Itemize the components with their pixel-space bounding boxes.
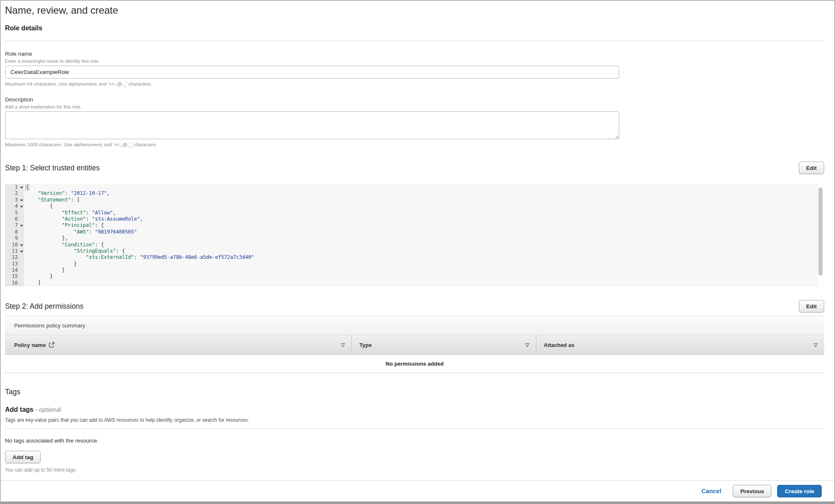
code-text: "Action": "sts:AssumeRole",	[24, 216, 143, 222]
code-token	[26, 197, 38, 203]
description-constraint: Maximum 1000 characters. Use alphanumeri…	[5, 142, 824, 148]
editor-scrollbar-thumb[interactable]	[818, 187, 823, 275]
add-tag-button[interactable]: Add tag	[5, 451, 41, 463]
code-line: 8 "AWS": "081976408565"	[5, 229, 824, 235]
code-line: 3 "Statement": [	[5, 197, 824, 203]
code-token: :	[71, 197, 77, 203]
column-header-policy-name[interactable]: Policy name ▽	[5, 335, 351, 354]
role-details-heading: Role details	[5, 24, 824, 32]
code-line: 10 "Condition": {	[5, 242, 824, 248]
divider	[5, 41, 824, 41]
json-value-token: "sts:AssumeRole"	[92, 216, 140, 222]
column-header-type[interactable]: Type ▽	[351, 335, 536, 354]
line-gutter: 3	[5, 197, 24, 203]
code-line: 9 },	[5, 235, 824, 241]
code-token: }	[26, 261, 77, 267]
line-gutter: 8	[5, 229, 24, 235]
role-name-input[interactable]	[5, 66, 619, 79]
trust-policy-lines: 1 { 2 "Version": "2012-10-17",	[5, 184, 824, 286]
sort-icon[interactable]: ▽	[341, 342, 345, 348]
line-number: 6	[5, 216, 19, 222]
code-token: {	[26, 184, 29, 190]
role-name-help: Enter a meaningful name to identify this…	[5, 58, 824, 64]
line-number: 16	[5, 280, 19, 286]
json-key-token: "sts:ExternalId"	[86, 254, 134, 260]
code-text: }	[24, 273, 53, 280]
line-gutter: 14	[5, 267, 24, 273]
permissions-panel: Permissions policy summary Policy name ▽	[5, 316, 824, 373]
code-line: 5 "Effect": "Allow",	[5, 210, 824, 216]
code-token: }	[26, 267, 65, 273]
line-number: 13	[5, 261, 19, 267]
line-gutter: 6	[5, 216, 24, 222]
fold-caret-icon[interactable]	[19, 184, 24, 190]
code-text: ]	[24, 280, 41, 286]
json-key-token: "Principal"	[62, 222, 95, 228]
code-token: :	[95, 242, 101, 248]
create-role-button[interactable]: Create role	[777, 485, 822, 497]
step2-edit-button[interactable]: Edit	[799, 300, 825, 312]
line-gutter: 11	[5, 248, 24, 254]
cancel-button[interactable]: Cancel	[702, 488, 721, 494]
fold-caret-icon[interactable]	[19, 203, 24, 209]
line-number: 9	[5, 235, 19, 241]
code-token: {	[101, 242, 104, 248]
sort-icon[interactable]: ▽	[525, 342, 529, 348]
step1-heading: Step 1: Select trusted entities	[5, 163, 100, 172]
code-token: :	[134, 254, 140, 260]
step2-heading: Step 2: Add permissions	[5, 302, 84, 311]
code-token: :	[86, 210, 92, 216]
no-tags-message: No tags associated with the resource.	[5, 437, 824, 444]
page-title: Name, review, and create	[5, 1, 824, 17]
code-text: "sts:ExternalId": "93799ed5-a78b-48e6-a5…	[24, 254, 254, 261]
trust-policy-editor[interactable]: 1 { 2 "Version": "2012-10-17",	[5, 184, 824, 287]
code-token	[26, 222, 62, 228]
fold-caret-icon[interactable]	[19, 197, 24, 203]
permissions-panel-title: Permissions policy summary	[5, 316, 824, 335]
fold-caret-icon[interactable]	[19, 242, 24, 248]
code-text: "Effect": "Allow",	[24, 210, 116, 216]
fold-caret-icon[interactable]	[19, 222, 24, 229]
json-key-token: "StringEquals"	[74, 248, 116, 254]
code-line: 7 "Principal": {	[5, 222, 824, 229]
step1-header-row: Step 1: Select trusted entities Edit	[5, 162, 824, 174]
sort-icon[interactable]: ▽	[814, 342, 818, 348]
code-line: 13 }	[5, 261, 824, 267]
code-token	[26, 216, 62, 222]
tags-description: Tags are key-value pairs that you can ad…	[5, 417, 824, 423]
code-token	[26, 248, 74, 254]
line-gutter: 1	[5, 184, 24, 190]
code-token: {	[26, 203, 53, 209]
code-token: :	[116, 248, 122, 254]
json-value-token: "081976408565"	[95, 229, 137, 235]
description-textarea[interactable]	[5, 111, 619, 139]
code-line: 16 ]	[5, 280, 824, 286]
line-number: 14	[5, 267, 19, 273]
line-number: 2	[5, 190, 19, 197]
fold-caret-icon[interactable]	[19, 248, 24, 254]
code-line: 4 {	[5, 203, 824, 209]
json-key-token: "Statement"	[38, 197, 71, 203]
code-line: 1 {	[5, 184, 824, 190]
page-content: Name, review, and create Role details Ro…	[1, 1, 834, 473]
code-text: "Condition": {	[24, 242, 104, 248]
json-key-token: "Effect"	[62, 210, 86, 216]
editor-scrollbar[interactable]	[816, 184, 824, 287]
code-line: 11 "StringEquals": {	[5, 248, 824, 254]
line-number: 10	[5, 242, 19, 248]
step2-header-row: Step 2: Add permissions Edit	[5, 300, 824, 312]
tags-limit-note: You can add up to 50 more tags.	[5, 467, 824, 473]
step1-edit-button[interactable]: Edit	[799, 162, 825, 174]
code-token	[26, 254, 86, 260]
column-header-attached-as[interactable]: Attached as ▽	[536, 335, 824, 354]
role-name-constraint: Maximum 64 characters. Use alphanumeric …	[5, 81, 824, 87]
add-tags-label: Add tags	[5, 406, 33, 413]
previous-button[interactable]: Previous	[733, 485, 771, 497]
code-line: 2 "Version": "2012-10-17",	[5, 190, 824, 197]
code-line: 12 "sts:ExternalId": "93799ed5-a78b-48e6…	[5, 254, 824, 261]
code-token: ,	[113, 210, 116, 216]
line-gutter: 2	[5, 190, 24, 197]
line-number: 8	[5, 229, 19, 235]
code-token	[26, 229, 74, 235]
line-gutter: 7	[5, 222, 24, 229]
